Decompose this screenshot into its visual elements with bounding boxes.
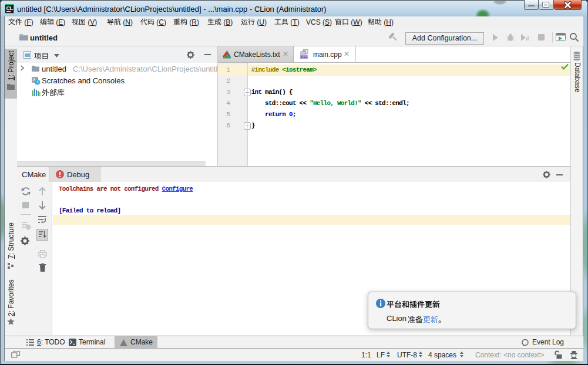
svg-text:C++: C++ (301, 55, 308, 59)
